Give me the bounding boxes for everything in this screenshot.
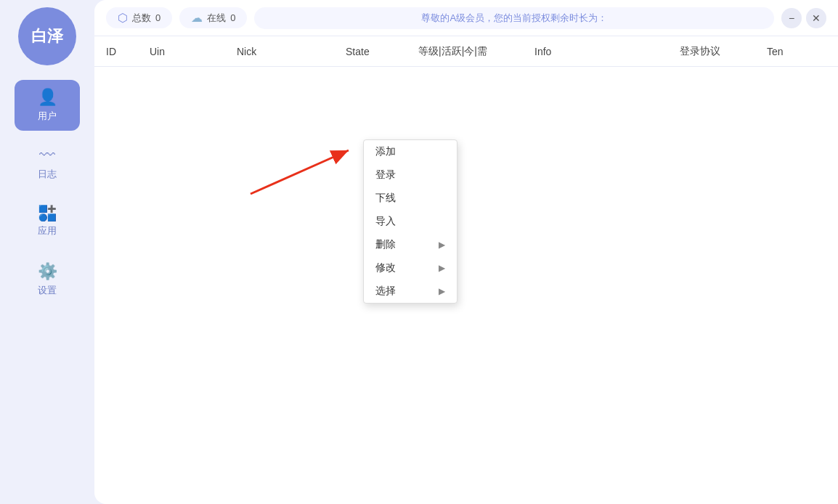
topbar-message: 尊敬的A级会员，您的当前授权剩余时长为：: [254, 7, 774, 29]
context-menu-login[interactable]: 登录: [364, 163, 457, 187]
col-info-header: Info: [534, 46, 680, 57]
context-menu-offline[interactable]: 下线: [364, 187, 457, 210]
sidebar-item-users[interactable]: 👤 用户: [15, 80, 80, 131]
context-menu: 添加 登录 下线 导入 删除 ▶ 修改 ▶ 选择 ▶: [363, 139, 457, 304]
apps-icon: 🟦➕ 🔵🟦: [38, 206, 56, 221]
col-id-header: ID: [106, 46, 150, 57]
minimize-button[interactable]: −: [781, 8, 802, 28]
col-uin-header: Uin: [150, 46, 237, 57]
table-header: ID Uin Nick State 等级|活跃|今|需 Info 登录协议 Te…: [94, 36, 838, 67]
select-submenu-arrow: ▶: [439, 286, 445, 296]
online-icon: ☁: [191, 11, 203, 25]
context-menu-select[interactable]: 选择 ▶: [364, 280, 457, 303]
sidebar-item-logs-label: 日志: [38, 168, 57, 181]
arrow-pointer: [229, 143, 374, 201]
online-stat: ☁ 在线 0: [179, 7, 247, 28]
context-menu-delete[interactable]: 删除 ▶: [364, 233, 457, 256]
online-label: 在线: [207, 12, 226, 25]
svg-line-1: [251, 150, 349, 194]
users-icon: 👤: [38, 88, 57, 107]
col-state-header: State: [346, 46, 418, 57]
app-logo: 白泽: [18, 7, 76, 65]
online-value: 0: [230, 12, 235, 23]
col-temp-header: Ten: [767, 46, 825, 57]
topbar: ⬡ 总数 0 ☁ 在线 0 尊敬的A级会员，您的当前授权剩余时长为： − ✕: [94, 0, 838, 36]
context-menu-add[interactable]: 添加: [364, 140, 457, 163]
col-nick-header: Nick: [237, 46, 346, 57]
total-value: 0: [155, 12, 160, 23]
sidebar-item-settings-label: 设置: [38, 284, 57, 297]
sidebar: 白泽 👤 用户 〰 日志 🟦➕ 🔵🟦 应用 ⚙️ 设置: [0, 0, 94, 504]
context-menu-modify[interactable]: 修改 ▶: [364, 256, 457, 280]
modify-submenu-arrow: ▶: [439, 263, 445, 273]
total-label: 总数: [132, 12, 151, 25]
sidebar-item-apps-label: 应用: [38, 224, 57, 237]
main-content: ⬡ 总数 0 ☁ 在线 0 尊敬的A级会员，您的当前授权剩余时长为： − ✕ I…: [94, 0, 838, 504]
col-level-header: 等级|活跃|今|需: [418, 45, 534, 58]
total-icon: ⬡: [118, 11, 128, 25]
sidebar-item-users-label: 用户: [38, 110, 57, 123]
table-body[interactable]: 添加 登录 下线 导入 删除 ▶ 修改 ▶ 选择 ▶: [94, 67, 838, 504]
sidebar-item-apps[interactable]: 🟦➕ 🔵🟦 应用: [15, 196, 80, 247]
close-button[interactable]: ✕: [806, 8, 826, 28]
logs-icon: 〰: [39, 146, 55, 165]
settings-icon: ⚙️: [38, 262, 57, 281]
col-protocol-header: 登录协议: [680, 45, 767, 58]
context-menu-import[interactable]: 导入: [364, 210, 457, 233]
sidebar-item-settings[interactable]: ⚙️ 设置: [15, 254, 80, 305]
topbar-controls: − ✕: [781, 8, 826, 28]
total-stat: ⬡ 总数 0: [106, 7, 172, 28]
sidebar-item-logs[interactable]: 〰 日志: [15, 138, 80, 189]
delete-submenu-arrow: ▶: [439, 240, 445, 250]
